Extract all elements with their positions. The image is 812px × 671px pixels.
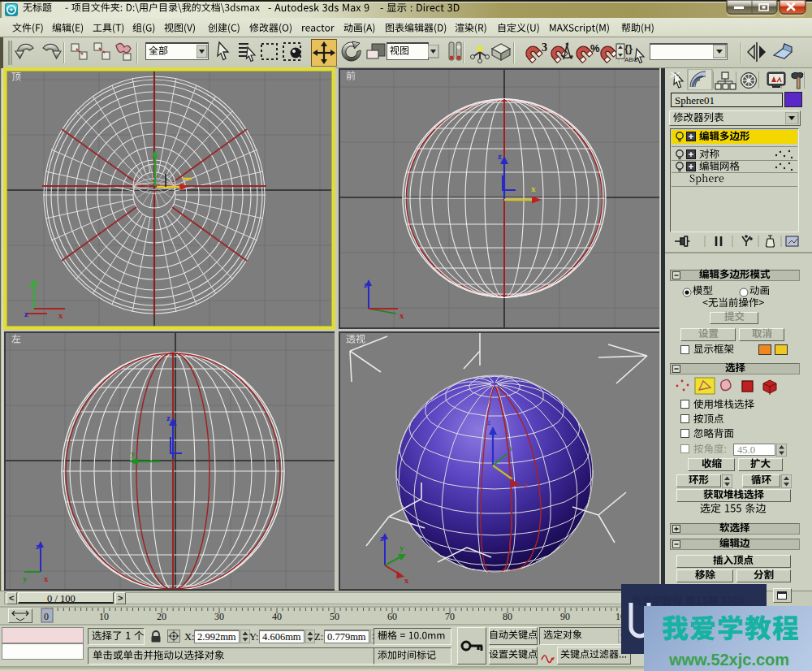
svg-text:z: z (36, 541, 40, 551)
svg-text:x: x (58, 310, 63, 320)
svg-text:z: z (487, 418, 491, 426)
svg-text:z: z (166, 413, 171, 422)
svg-text:x: x (404, 575, 409, 583)
svg-text:x: x (400, 310, 404, 320)
svg-text:y: y (23, 574, 28, 583)
svg-text:z: z (380, 533, 384, 543)
svg-text:x: x (524, 480, 528, 489)
svg-text:z: z (364, 279, 368, 289)
svg-text:{}: {} (624, 42, 633, 54)
svg-text:3: 3 (542, 42, 547, 54)
svg-text:z: z (498, 151, 502, 161)
svg-text:x: x (44, 574, 49, 583)
svg-text:y: y (509, 444, 513, 452)
svg-text:y: y (131, 448, 136, 458)
svg-text:y: y (400, 543, 404, 552)
svg-text:x: x (531, 184, 536, 193)
svg-text:y: y (29, 279, 34, 289)
